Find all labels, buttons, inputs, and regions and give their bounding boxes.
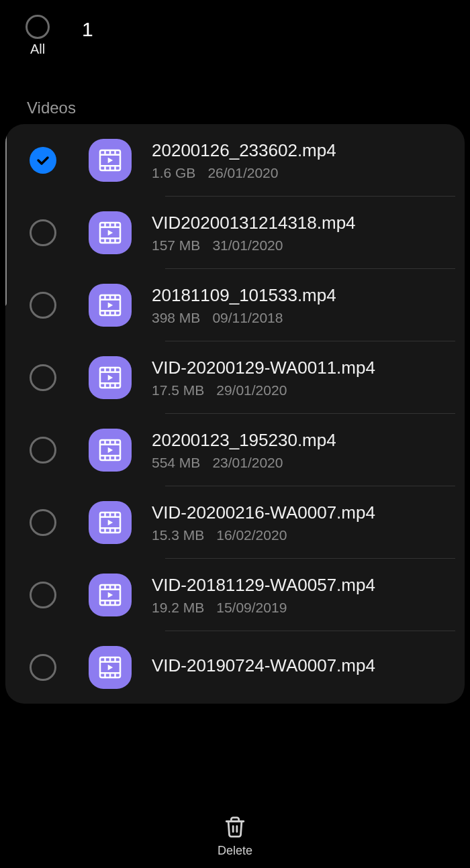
file-name: VID-20200216-WA0007.mp4 <box>152 502 455 523</box>
trash-icon <box>224 816 246 841</box>
selection-checkbox[interactable] <box>30 219 56 246</box>
file-meta: 19.2 MB15/09/2019 <box>152 600 455 616</box>
file-name: 20200123_195230.mp4 <box>152 430 455 451</box>
file-info: VID-20200216-WA0007.mp415.3 MB16/02/2020 <box>152 502 455 543</box>
file-info: VID-20200129-WA0011.mp417.5 MB29/01/2020 <box>152 358 455 398</box>
select-all-button[interactable]: All <box>26 15 50 57</box>
file-info: 20200126_233602.mp41.6 GB26/01/2020 <box>152 140 455 181</box>
file-info: VID-20190724-WA0007.mp4 <box>152 655 455 680</box>
file-date: 09/11/2018 <box>212 310 283 325</box>
file-date: 23/01/2020 <box>212 455 283 470</box>
svg-marker-19 <box>108 230 113 235</box>
file-size: 554 MB <box>152 455 200 470</box>
selection-checkbox[interactable] <box>30 509 56 536</box>
file-row[interactable]: VID-20200216-WA0007.mp415.3 MB16/02/2020 <box>5 486 465 559</box>
file-date: 31/01/2020 <box>212 237 283 253</box>
file-list: 20200126_233602.mp41.6 GB26/01/2020 VID2… <box>5 124 465 704</box>
file-info: 20200123_195230.mp4554 MB23/01/2020 <box>152 430 455 471</box>
selection-checkbox[interactable] <box>30 147 56 174</box>
selection-checkbox[interactable] <box>30 437 56 464</box>
file-row[interactable]: VID-20181129-WA0057.mp419.2 MB15/09/2019 <box>5 559 465 631</box>
file-info: VID-20181129-WA0057.mp419.2 MB15/09/2019 <box>152 575 455 616</box>
file-row[interactable]: VID-20200129-WA0011.mp417.5 MB29/01/2020 <box>5 341 465 414</box>
file-name: 20181109_101533.mp4 <box>152 285 455 306</box>
video-file-icon <box>89 646 132 689</box>
svg-marker-29 <box>108 303 113 308</box>
file-size: 157 MB <box>152 237 200 253</box>
file-info: 20181109_101533.mp4398 MB09/11/2018 <box>152 285 455 326</box>
file-meta: 15.3 MB16/02/2020 <box>152 527 455 543</box>
video-file-icon <box>89 284 132 327</box>
delete-label: Delete <box>218 844 252 858</box>
video-file-icon <box>89 211 132 254</box>
selection-checkbox[interactable] <box>30 364 56 391</box>
svg-marker-59 <box>108 520 113 525</box>
file-meta: 17.5 MB29/01/2020 <box>152 382 455 398</box>
selection-checkbox[interactable] <box>30 654 56 681</box>
svg-marker-79 <box>108 665 113 670</box>
file-size: 19.2 MB <box>152 600 204 615</box>
selection-header: All 1 <box>0 0 470 64</box>
file-date: 16/02/2020 <box>216 527 287 543</box>
video-file-icon <box>89 139 132 182</box>
video-file-icon <box>89 501 132 544</box>
section-heading: Videos <box>27 99 470 117</box>
select-all-circle-icon <box>26 15 50 39</box>
svg-marker-49 <box>108 447 113 453</box>
selected-count: 1 <box>82 18 93 41</box>
file-date: 26/01/2020 <box>207 165 278 180</box>
file-row[interactable]: VID20200131214318.mp4157 MB31/01/2020 <box>5 197 465 269</box>
video-file-icon <box>89 356 132 399</box>
file-meta: 398 MB09/11/2018 <box>152 310 455 326</box>
svg-marker-69 <box>108 592 113 598</box>
video-file-icon <box>89 574 132 616</box>
file-date: 29/01/2020 <box>216 382 287 398</box>
selection-checkbox[interactable] <box>30 582 56 608</box>
file-name: 20200126_233602.mp4 <box>152 140 455 161</box>
file-meta: 554 MB23/01/2020 <box>152 455 455 471</box>
file-row[interactable]: VID-20190724-WA0007.mp4 <box>5 631 465 704</box>
svg-marker-39 <box>108 375 113 380</box>
file-size: 17.5 MB <box>152 382 204 398</box>
file-info: VID20200131214318.mp4157 MB31/01/2020 <box>152 213 455 254</box>
file-meta: 1.6 GB26/01/2020 <box>152 165 455 181</box>
selection-checkbox[interactable] <box>30 292 56 319</box>
select-all-label: All <box>30 42 45 57</box>
file-meta: 157 MB31/01/2020 <box>152 237 455 254</box>
file-date: 15/09/2019 <box>216 600 287 615</box>
file-row[interactable]: 20200123_195230.mp4554 MB23/01/2020 <box>5 414 465 486</box>
file-row[interactable]: 20181109_101533.mp4398 MB09/11/2018 <box>5 269 465 341</box>
file-name: VID-20200129-WA0011.mp4 <box>152 358 455 378</box>
file-size: 15.3 MB <box>152 527 204 543</box>
delete-button[interactable]: Delete <box>0 805 470 868</box>
file-name: VID-20190724-WA0007.mp4 <box>152 655 455 676</box>
file-name: VID-20181129-WA0057.mp4 <box>152 575 455 596</box>
video-file-icon <box>89 429 132 472</box>
file-size: 398 MB <box>152 310 200 325</box>
file-row[interactable]: 20200126_233602.mp41.6 GB26/01/2020 <box>5 124 465 197</box>
file-name: VID20200131214318.mp4 <box>152 213 455 233</box>
svg-marker-9 <box>108 158 113 163</box>
file-size: 1.6 GB <box>152 165 195 180</box>
bottom-fade <box>5 771 465 805</box>
